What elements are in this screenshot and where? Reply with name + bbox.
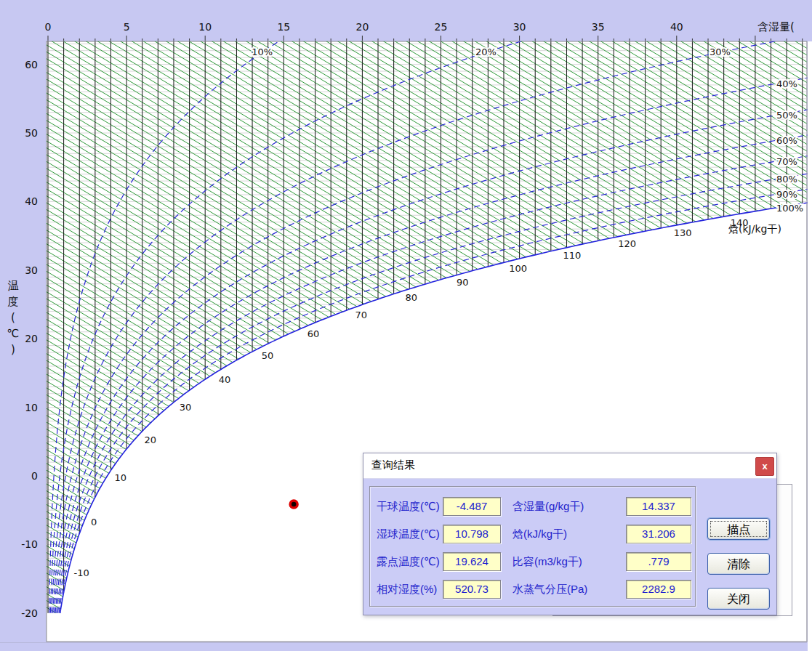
enthalpy-label-50: 50 <box>262 350 274 361</box>
enthalpy-label-40: 40 <box>219 374 231 385</box>
y-tick-50: 50 <box>25 127 38 139</box>
enthalpy-label: 焓(kJ/kg干) <box>512 525 567 543</box>
enthalpy-label-0: 0 <box>91 517 97 527</box>
clear-button[interactable]: 清除 <box>707 553 770 575</box>
enthalpy-label-60: 60 <box>307 328 320 339</box>
rh-label-10: 10% <box>252 46 273 57</box>
enthalpy-label-100: 100 <box>509 263 527 274</box>
y-tick-60: 60 <box>25 59 38 70</box>
enthalpy-label-90: 90 <box>457 277 469 288</box>
y-tick-20: 20 <box>25 333 38 344</box>
x-tick-35: 35 <box>592 21 605 33</box>
x-tick-25: 25 <box>435 21 448 33</box>
dialog-titlebar[interactable]: 查询结果 x <box>363 453 776 479</box>
svg-text:(: ( <box>11 311 15 324</box>
dialog-title: 查询结果 <box>371 458 415 472</box>
specific-volume-label: 比容(m3/kg干) <box>512 552 582 571</box>
y-tick-40: 40 <box>25 195 38 207</box>
rh-label-60: 60% <box>776 135 797 146</box>
plot-point-button[interactable]: 描点 <box>707 518 770 540</box>
dew-point-label: 露点温度(℃) <box>377 552 440 571</box>
x-tick-20: 20 <box>355 21 369 33</box>
relative-humidity-label: 相对湿度(%) <box>377 580 437 599</box>
x-tick-30: 30 <box>513 21 526 33</box>
enthalpy-value[interactable]: 31.206 <box>626 525 691 543</box>
svg-text:℃: ℃ <box>7 327 20 340</box>
x-tick-15: 15 <box>277 21 290 33</box>
y-tick--20: -20 <box>21 607 38 619</box>
rh-label-70: 70% <box>776 156 797 167</box>
enthalpy-label-20: 20 <box>145 434 157 445</box>
humidity-ratio-value[interactable]: 14.337 <box>626 497 691 516</box>
vapor-pressure-label: 水蒸气分压(Pa) <box>512 580 587 599</box>
enthalpy-label-30: 30 <box>180 402 192 413</box>
dew-point-value[interactable]: 19.624 <box>443 552 501 571</box>
humidity-ratio-label: 含湿量(g/kg干) <box>512 497 584 516</box>
wet-bulb-value[interactable]: 10.798 <box>443 525 501 543</box>
enthalpy-label-110: 110 <box>563 250 581 261</box>
enthalpy-label-10: 10 <box>114 472 126 483</box>
x-tick-10: 10 <box>198 21 212 33</box>
x-tick-40: 40 <box>670 21 683 33</box>
dry-bulb-label: 干球温度(℃) <box>377 497 440 516</box>
x-tick-5: 5 <box>124 21 130 33</box>
svg-text:温: 温 <box>8 279 19 292</box>
enthalpy-axis-title: 焓(kJ/kg干) <box>728 223 781 235</box>
result-groupbox: 干球温度(℃) -4.487 含湿量(g/kg干) 14.337 湿球温度(℃)… <box>369 486 696 607</box>
query-result-dialog: 查询结果 x 干球温度(℃) -4.487 含湿量(g/kg干) 14.337 … <box>363 453 777 615</box>
rh-label-20: 20% <box>475 46 497 57</box>
rh-label-40: 40% <box>776 78 797 89</box>
rh-label-80: 80% <box>776 174 797 185</box>
y-tick-0: 0 <box>31 470 38 482</box>
vapor-pressure-value[interactable]: 2282.9 <box>626 580 691 599</box>
plotted-point-marker[interactable] <box>290 501 297 508</box>
enthalpy-label--10: -10 <box>73 567 89 578</box>
x-tick-0: 0 <box>45 21 52 33</box>
psychrometric-app-window: { "window": { "bg_color": "#c7c8f2", "pl… <box>0 0 812 651</box>
y-tick-10: 10 <box>25 402 38 413</box>
close-icon[interactable]: x <box>755 457 774 476</box>
enthalpy-label-130: 130 <box>674 227 692 238</box>
specific-volume-value[interactable]: .779 <box>626 552 691 571</box>
close-button[interactable]: 关闭 <box>707 588 770 610</box>
y-tick--10: -10 <box>21 538 38 550</box>
wet-bulb-label: 湿球温度(℃) <box>377 525 440 543</box>
relative-humidity-value[interactable]: 520.73 <box>443 580 501 599</box>
enthalpy-label-70: 70 <box>355 310 367 320</box>
dialog-body: 干球温度(℃) -4.487 含湿量(g/kg干) 14.337 湿球温度(℃)… <box>363 479 776 615</box>
rh-label-30: 30% <box>710 46 731 57</box>
dry-bulb-value[interactable]: -4.487 <box>443 497 501 516</box>
svg-text:度: 度 <box>8 295 19 308</box>
enthalpy-label-80: 80 <box>405 292 417 303</box>
rh-label-90: 90% <box>776 189 797 200</box>
rh-label-50: 50% <box>776 110 797 121</box>
enthalpy-label-120: 120 <box>618 238 636 249</box>
rh-label-100: 100% <box>776 203 803 214</box>
svg-text:): ) <box>11 343 15 356</box>
y-tick-30: 30 <box>25 264 38 276</box>
x-axis-title: 含湿量( <box>757 20 795 33</box>
